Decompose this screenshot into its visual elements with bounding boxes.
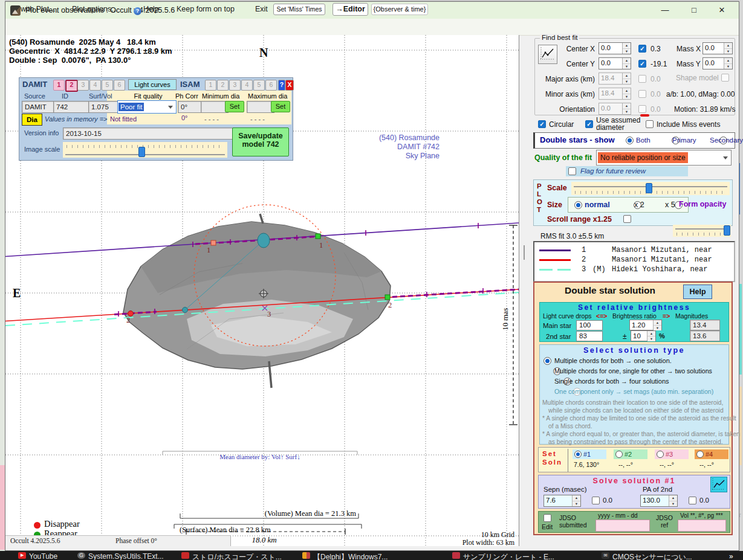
- scale-slider[interactable]: [571, 182, 730, 195]
- sepn-input[interactable]: 7.6▲▼: [543, 495, 581, 507]
- mass-y-input[interactable]: 0.0▲▼: [702, 57, 733, 69]
- solve-chart-button[interactable]: [710, 477, 727, 492]
- taskbar[interactable]: ▶ YouTube G System.SysUtils.TExt... ストロ/…: [0, 551, 743, 560]
- observer-list[interactable]: 1 Masanori Mizutani, near 2 Masanori Miz…: [533, 241, 735, 282]
- observer-row[interactable]: 3 (M) Hideki Yoshihara, near: [534, 265, 734, 275]
- center-y-input[interactable]: 0.0▲▼: [599, 57, 631, 69]
- ratio-input[interactable]: 1.20▲▼: [629, 320, 662, 330]
- taskbar-item[interactable]: ✉ CMOSセンサーについ...: [602, 552, 692, 560]
- isam-model-6[interactable]: 6: [265, 80, 277, 91]
- pa-input[interactable]: 130.0▲▼: [640, 495, 678, 507]
- damit-help-button[interactable]: ?: [278, 80, 285, 91]
- main-drop-input[interactable]: 100: [576, 320, 603, 330]
- splitter-handle[interactable]: [524, 245, 525, 260]
- minor-axis-input: 18.4▲▼: [599, 88, 631, 100]
- soln1-radio[interactable]: [574, 451, 582, 458]
- soln4-chip[interactable]: #4: [695, 449, 728, 459]
- scroll-range-checkbox[interactable]: [623, 215, 631, 223]
- jdso-date-input[interactable]: [595, 520, 650, 532]
- center-x-input[interactable]: 0.0▲▼: [599, 42, 631, 54]
- soln2-chip[interactable]: #2: [614, 449, 647, 459]
- pa-lock-checkbox[interactable]: [689, 497, 696, 504]
- dia-button[interactable]: Dia: [22, 114, 42, 126]
- taskbar-item[interactable]: ストロ/ホスコープ・スト...: [181, 552, 282, 560]
- close-button[interactable]: ✕: [709, 2, 735, 19]
- taskbar-item[interactable]: サンプリング・レート - E...: [452, 552, 554, 560]
- set-miss-times-button[interactable]: Set 'Miss' Times: [273, 4, 325, 15]
- damit-model-1[interactable]: 1: [53, 80, 65, 91]
- observer-row[interactable]: 2 Masanori Mizutani, near: [534, 256, 734, 265]
- taskbar-item[interactable]: G System.SysUtils.TExt...: [77, 552, 164, 560]
- minimize-button[interactable]: —: [652, 2, 678, 19]
- damit-close-button[interactable]: X: [285, 80, 294, 91]
- maximize-button[interactable]: □: [681, 2, 707, 19]
- isam-model-3[interactable]: 3: [229, 80, 241, 91]
- slider-thumb[interactable]: [138, 147, 145, 157]
- size-normal-radio[interactable]: [574, 201, 582, 209]
- taskbar-more[interactable]: »: [729, 552, 733, 560]
- scale-slider-thumb[interactable]: [646, 183, 652, 193]
- form-opacity-slider[interactable]: [673, 225, 731, 237]
- menu-help[interactable]: ?Help: [134, 5, 159, 15]
- rms-fit-text: RMS fit 3.0 ±5.5 km: [540, 232, 604, 240]
- include-miss-checkbox[interactable]: [646, 120, 654, 128]
- observer-time-button[interactable]: {Observer & time}: [371, 4, 428, 15]
- jdso-ref-input[interactable]: [678, 520, 726, 532]
- min-dia-set-button[interactable]: Set: [225, 101, 244, 112]
- double-stars-bar: Double stars - show Both Primary Seconda…: [533, 132, 735, 149]
- menu-help-label: Help: [143, 5, 159, 13]
- editor-button[interactable]: →Editor: [333, 3, 368, 16]
- flag-checkbox[interactable]: [568, 167, 576, 175]
- quality-dropdown[interactable]: No reliable position or size: [596, 150, 732, 166]
- soln2-radio[interactable]: [615, 451, 623, 458]
- damit-model-2[interactable]: 2: [65, 80, 78, 92]
- menu-exit[interactable]: Exit: [255, 5, 268, 13]
- menu-keep-on-top[interactable]: Keep form on top: [177, 5, 235, 13]
- form-opacity-thumb[interactable]: [724, 225, 730, 236]
- sepn-lock-checkbox[interactable]: [592, 497, 600, 504]
- light-curves-button[interactable]: Light curves: [128, 79, 177, 90]
- soln3-chip[interactable]: #3: [655, 449, 689, 459]
- major-axis-checkbox: [638, 75, 646, 83]
- taskbar-item[interactable]: 【Delphi】Windows7...: [302, 552, 388, 560]
- damit-model-6[interactable]: 6: [114, 80, 125, 91]
- damit-model-3[interactable]: 3: [77, 80, 89, 91]
- second-drop-input[interactable]: 83: [576, 331, 603, 341]
- soln3-radio[interactable]: [657, 451, 664, 458]
- circular-checkbox[interactable]: ✓: [538, 120, 546, 128]
- fit-quality-dropdown[interactable]: Poor fit: [117, 100, 177, 114]
- jdso-edit-checkbox[interactable]: [543, 514, 551, 522]
- flag-row: Flag for future review: [566, 166, 688, 176]
- plot-letters: PLOT: [537, 182, 542, 214]
- menu-plot-options[interactable]: Plot options...: [72, 5, 118, 13]
- chord1-right-label: 1: [319, 241, 323, 250]
- center-x-checkbox[interactable]: ✓: [638, 45, 646, 53]
- isam-model-1[interactable]: 1: [205, 80, 216, 91]
- soln1-chip[interactable]: #1: [573, 449, 606, 459]
- damit-model-4[interactable]: 4: [89, 80, 101, 91]
- show-both-radio[interactable]: [626, 137, 634, 144]
- scroll-range-label: Scroll range x1.25: [547, 215, 612, 224]
- observer-row[interactable]: 1 Masanori Mizutani, near: [534, 246, 734, 256]
- isam-model-4[interactable]: 4: [241, 80, 253, 91]
- soln4-radio[interactable]: [696, 451, 704, 458]
- taskbar-item[interactable]: ▶ YouTube: [18, 552, 57, 560]
- gear-icon: G: [77, 552, 85, 559]
- isam-model-5[interactable]: 5: [253, 80, 265, 91]
- plot-area[interactable]: (540) Rosamunde 2025 May 4 18.4 km Geoce…: [5, 35, 519, 546]
- use-assumed-checkbox[interactable]: ✓: [585, 120, 593, 128]
- mass-x-input[interactable]: 0.0▲▼: [702, 42, 733, 54]
- save-update-button[interactable]: Save/update model 742: [232, 127, 289, 156]
- type-option-1-radio[interactable]: [543, 357, 551, 365]
- min-dia-mem: - - - -: [204, 115, 219, 123]
- fit-chart-button[interactable]: [538, 45, 557, 64]
- tolerance-input[interactable]: 10▲▼: [631, 330, 656, 341]
- image-scale-slider[interactable]: [63, 142, 227, 158]
- skyplane-label: (540) Rosamunde DAMIT #742 Sky Plane: [296, 134, 440, 161]
- solution-help-button[interactable]: Help: [683, 285, 712, 299]
- menu-with-plot[interactable]: with Plot...: [21, 5, 56, 13]
- damit-model-5[interactable]: 5: [102, 80, 113, 91]
- isam-model-2[interactable]: 2: [217, 80, 229, 91]
- max-dia-set-button[interactable]: Set: [271, 101, 290, 112]
- center-y-checkbox[interactable]: ✓: [638, 60, 646, 68]
